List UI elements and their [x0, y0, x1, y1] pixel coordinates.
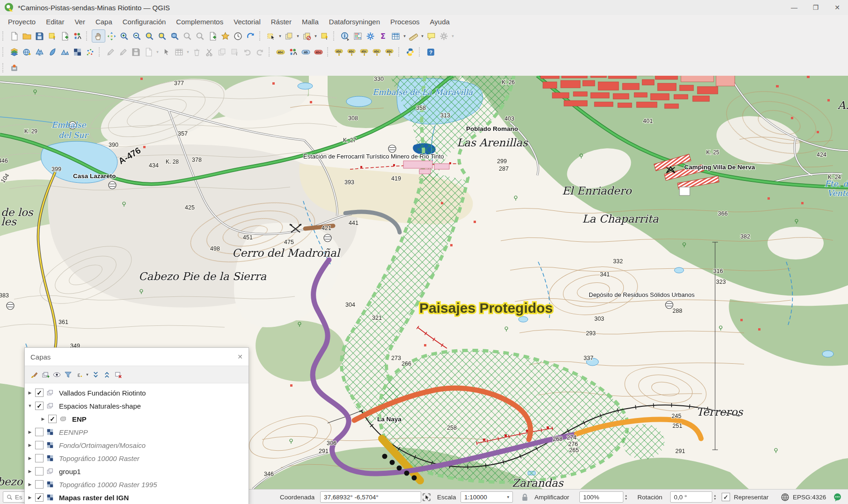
lock-scale-icon[interactable]	[519, 491, 531, 503]
rotation-spinbox[interactable]: 0,0 °	[670, 491, 712, 503]
copy-features-button[interactable]	[216, 46, 228, 58]
layer-row-topografico-1995[interactable]: ▶ Topográfico 10000 Raster 1995	[27, 478, 249, 491]
style-manager-button[interactable]	[71, 30, 84, 42]
select-by-form-button[interactable]	[300, 30, 313, 42]
zoom-in-button[interactable]	[118, 30, 131, 42]
open-attribute-table-button[interactable]	[389, 30, 402, 42]
toolbar-handle[interactable]	[2, 31, 6, 41]
spinner-arrows[interactable]: ▴▾	[714, 494, 716, 500]
paste-features-button[interactable]	[228, 46, 241, 58]
scale-combobox[interactable]: 1:10000▾	[461, 491, 513, 503]
processing-toolbox-button[interactable]	[364, 30, 377, 42]
coordinate-input[interactable]: 37,68932° -6,5704°	[320, 491, 421, 503]
filter-expression-button[interactable]	[73, 369, 85, 380]
open-project-button[interactable]	[21, 30, 33, 42]
toolbar-handle[interactable]	[333, 31, 336, 41]
toolbar-handle[interactable]	[327, 47, 330, 57]
new-project-button[interactable]	[8, 30, 21, 42]
pan-map-button[interactable]	[92, 29, 105, 43]
layer-row-group1[interactable]: ▶ group1	[27, 465, 249, 478]
select-by-value-button[interactable]	[318, 30, 331, 42]
pan-to-selection-button[interactable]	[105, 30, 118, 42]
menu-vectorial[interactable]: Vectorial	[228, 16, 266, 27]
delete-selected-button[interactable]	[190, 46, 203, 58]
open-layer-styling-button[interactable]	[29, 369, 40, 380]
highlight-pinned-labels-button[interactable]	[345, 46, 358, 58]
layer-checkbox[interactable]: ✓	[48, 415, 57, 423]
toggle-editing-button[interactable]	[117, 46, 130, 58]
modify-attributes-button[interactable]	[173, 46, 185, 58]
redo-button[interactable]	[254, 46, 266, 58]
maximize-button[interactable]: ❐	[805, 0, 826, 15]
measure-dropdown[interactable]: ▾	[420, 34, 425, 38]
render-checkbox[interactable]: ✓	[722, 493, 730, 501]
layer-checkbox[interactable]: ✓	[35, 493, 44, 502]
attribute-table-dropdown[interactable]: ▾	[402, 34, 407, 38]
layer-checkbox[interactable]	[35, 454, 44, 462]
deselect-features-button[interactable]	[283, 30, 295, 42]
zoom-to-selection-button[interactable]	[156, 30, 168, 42]
layer-checkbox[interactable]	[35, 441, 44, 449]
collapse-all-button[interactable]	[101, 369, 112, 380]
expand-icon[interactable]: ▶	[27, 482, 33, 487]
rotate-label-button[interactable]	[371, 46, 383, 58]
layer-row-eennpp[interactable]: ▶ EENNPP	[27, 425, 249, 439]
menu-procesos[interactable]: Procesos	[385, 16, 425, 27]
toolbar-handle[interactable]	[269, 47, 272, 57]
collapse-icon[interactable]: ▼	[27, 403, 33, 408]
add-feature-dropdown[interactable]: ▾	[155, 50, 160, 54]
expand-icon[interactable]: ▶	[27, 456, 33, 461]
save-project-button[interactable]	[33, 30, 46, 42]
label-unplaced-button[interactable]	[312, 46, 325, 58]
layer-row-enp[interactable]: ▶ ✓ ENP	[27, 412, 249, 425]
annotations-dropdown[interactable]: ▾	[450, 34, 455, 38]
manage-map-themes-button[interactable]	[51, 369, 62, 380]
toolbar-handle[interactable]	[99, 47, 102, 57]
messages-balloon-icon[interactable]	[831, 491, 844, 503]
layer-checkbox[interactable]	[35, 467, 44, 475]
close-button[interactable]: ✕	[826, 0, 848, 15]
pin-labels-button[interactable]	[333, 46, 345, 58]
expand-icon[interactable]: ▶	[27, 469, 33, 474]
select-features-dropdown[interactable]: ▾	[278, 34, 283, 38]
extents-pointer-icon[interactable]	[420, 491, 433, 503]
label-blue-button[interactable]	[300, 46, 312, 58]
new-map-view-button[interactable]	[206, 30, 219, 42]
add-mesh-layer-button[interactable]	[58, 46, 71, 58]
menu-complementos[interactable]: Complementos	[171, 16, 228, 27]
toolbar-handle[interactable]	[2, 47, 6, 57]
save-layer-edits-button[interactable]	[130, 46, 142, 58]
select-features-button[interactable]	[265, 30, 278, 42]
layer-row-vallados[interactable]: ▶ ✓ Vallados Fundación Riotinto	[27, 386, 249, 399]
zoom-out-button[interactable]	[131, 30, 143, 42]
layer-row-espacios[interactable]: ▼ ✓ Espacios Naturales-shape	[27, 399, 249, 412]
vertex-tool-dropdown[interactable]: ▾	[185, 50, 190, 54]
layer-checkbox[interactable]: ✓	[35, 389, 44, 397]
menu-editar[interactable]: Editar	[41, 16, 69, 27]
layer-checkbox[interactable]	[35, 480, 44, 489]
zoom-to-layer-button[interactable]	[168, 30, 181, 42]
project-properties-button[interactable]	[58, 30, 71, 42]
menu-configuracion[interactable]: Configuración	[117, 16, 171, 27]
layer-labeling-button[interactable]	[274, 46, 287, 58]
layer-checkbox[interactable]	[35, 428, 44, 436]
menu-dataforsyningen[interactable]: Dataforsyningen	[324, 16, 385, 27]
crs-globe-icon[interactable]	[779, 491, 791, 503]
toolbar-handle[interactable]	[398, 47, 402, 57]
layer-checkbox[interactable]: ✓	[35, 402, 44, 410]
layer-diagram-button[interactable]	[287, 46, 300, 58]
add-raster-layer-button[interactable]	[71, 46, 84, 58]
close-icon[interactable]: ✕	[237, 353, 243, 360]
toolbar-handle[interactable]	[2, 63, 6, 72]
help-button[interactable]	[424, 46, 437, 58]
python-console-button[interactable]	[404, 46, 417, 58]
measure-button[interactable]	[407, 30, 420, 42]
toolbar-handle[interactable]	[419, 47, 422, 57]
map-tips-button[interactable]	[425, 30, 438, 42]
add-feature-button[interactable]	[142, 46, 155, 58]
change-label-button[interactable]	[383, 46, 396, 58]
dataforsyningen-plugin-button[interactable]	[8, 62, 21, 74]
add-vector-layer-button[interactable]	[33, 46, 46, 58]
expand-icon[interactable]: ▶	[27, 390, 33, 395]
zoom-next-button[interactable]	[194, 30, 206, 42]
